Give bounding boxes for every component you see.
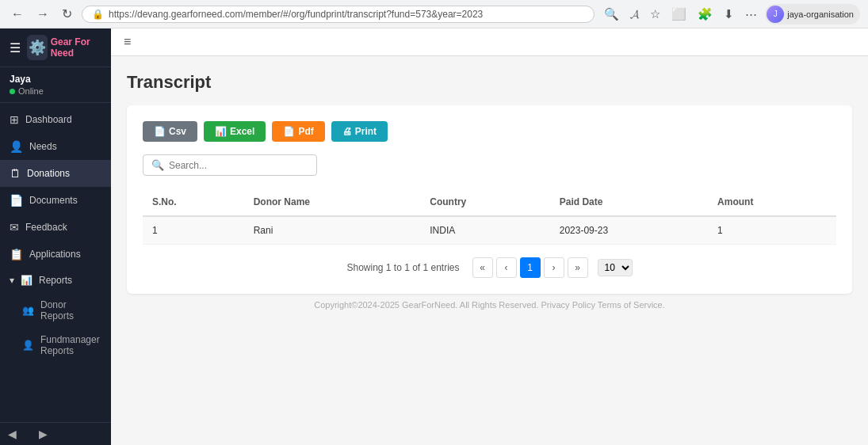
pdf-label: Pdf xyxy=(298,126,313,137)
star-button[interactable]: ☆ xyxy=(647,6,663,23)
cell-amount: 1 xyxy=(708,216,836,245)
search-input[interactable] xyxy=(169,160,308,171)
topbar-menu-button[interactable]: ≡ xyxy=(124,35,131,49)
excel-icon: 📊 xyxy=(215,126,227,137)
user-section: Jaya Online xyxy=(0,67,111,103)
col-country: Country xyxy=(420,188,549,216)
documents-icon: 📄 xyxy=(10,194,23,207)
sidebar-item-dashboard[interactable]: ⊞ Dashboard xyxy=(0,106,111,133)
donations-icon: 🗒 xyxy=(10,167,21,180)
print-button[interactable]: 🖨 Print xyxy=(331,121,388,142)
cell-paid-date: 2023-09-23 xyxy=(550,216,708,245)
forward-button[interactable]: → xyxy=(33,6,52,23)
fundmanager-reports-icon: 👤 xyxy=(22,340,34,351)
sidebar-scroll-left[interactable]: ◀ xyxy=(3,426,21,442)
per-page-select[interactable]: 10 25 50 xyxy=(598,259,633,276)
sidebar-item-donations[interactable]: 🗒 Donations xyxy=(0,160,111,187)
page-1-button[interactable]: 1 xyxy=(520,257,541,278)
extensions-button[interactable]: 🧩 xyxy=(694,6,716,23)
profile-chip[interactable]: J jaya-organisation xyxy=(765,4,860,25)
sidebar-item-needs[interactable]: 👤 Needs xyxy=(0,133,111,160)
sidebar-item-donor-reports[interactable]: 👥 Donor Reports xyxy=(0,293,111,328)
sidebar-header: ☰ ⚙️ Gear For Need xyxy=(0,29,111,67)
print-label: Print xyxy=(355,126,377,137)
pagination-info: Showing 1 to 1 of 1 entries xyxy=(346,262,459,273)
sidebar: ☰ ⚙️ Gear For Need Jaya Online ⊞ Dashboa… xyxy=(0,29,111,445)
reader-button[interactable]: 𝓐 xyxy=(627,6,642,23)
status-label: Online xyxy=(18,86,44,96)
search-icon: 🔍 xyxy=(151,159,164,171)
sidebar-item-label: Documents xyxy=(29,195,101,206)
sidebar-item-label: Dashboard xyxy=(25,114,101,125)
pdf-button[interactable]: 📄 Pdf xyxy=(272,121,324,142)
avatar: J xyxy=(767,6,784,23)
more-button[interactable]: ⋯ xyxy=(742,6,760,23)
pagination-bar: Showing 1 to 1 of 1 entries « ‹ 1 › » 10… xyxy=(143,257,836,278)
excel-button[interactable]: 📊 Excel xyxy=(204,121,266,142)
user-status: Online xyxy=(10,86,101,96)
reports-label: Reports xyxy=(39,275,72,286)
csv-label: Csv xyxy=(169,126,186,137)
status-dot xyxy=(10,89,15,94)
applications-icon: 📋 xyxy=(10,248,23,261)
needs-icon: 👤 xyxy=(10,140,23,153)
app-container: ☰ ⚙️ Gear For Need Jaya Online ⊞ Dashboa… xyxy=(0,29,868,445)
transcript-card: 📄 Csv 📊 Excel 📄 Pdf 🖨 Print xyxy=(127,105,852,294)
sidebar-item-documents[interactable]: 📄 Documents xyxy=(0,187,111,214)
back-button[interactable]: ← xyxy=(8,6,27,23)
refresh-button[interactable]: ↻ xyxy=(59,5,75,23)
logo-text: Gear For Need xyxy=(51,36,103,59)
logo: ⚙️ Gear For Need xyxy=(27,35,103,60)
table-row: 1 Rani INDIA 2023-09-23 1 xyxy=(143,216,836,245)
table-body: 1 Rani INDIA 2023-09-23 1 xyxy=(143,216,836,245)
sidebar-item-applications[interactable]: 📋 Applications xyxy=(0,241,111,268)
reports-icon: 📊 xyxy=(21,275,33,286)
sidebar-item-label: Feedback xyxy=(25,222,101,233)
data-table: S.No. Donor Name Country Paid Date Amoun… xyxy=(143,188,836,245)
csv-button[interactable]: 📄 Csv xyxy=(143,121,197,142)
chevron-down-icon: ▾ xyxy=(10,275,14,286)
dashboard-icon: ⊞ xyxy=(10,113,19,126)
cell-country: INDIA xyxy=(420,216,549,245)
next-page-button[interactable]: › xyxy=(544,257,564,278)
url-text: https://devang.gearforneed.com/member/#/… xyxy=(109,9,483,20)
search-browser-button[interactable]: 🔍 xyxy=(601,6,622,23)
browser-actions: 🔍 𝓐 ☆ ⬜ 🧩 ⬇ ⋯ J jaya-organisation xyxy=(601,4,860,25)
search-container: 🔍 xyxy=(143,154,836,176)
main-content: ≡ Transcript 📄 Csv 📊 Excel 📄 xyxy=(111,29,868,445)
sidebar-item-label: Needs xyxy=(29,141,101,152)
fundmanager-reports-label: Fundmanager Reports xyxy=(40,334,101,356)
col-paid-date: Paid Date xyxy=(550,188,708,216)
donor-reports-label: Donor Reports xyxy=(40,299,101,321)
sidebar-item-reports[interactable]: ▾ 📊 Reports xyxy=(0,268,111,293)
sidebar-item-label: Applications xyxy=(29,249,101,260)
browser-chrome: ← → ↻ 🔒 https://devang.gearforneed.com/m… xyxy=(0,0,868,29)
lock-icon: 🔒 xyxy=(92,9,104,20)
search-input-wrapper: 🔍 xyxy=(143,154,317,176)
page-title: Transcript xyxy=(127,72,852,93)
prev-page-button[interactable]: ‹ xyxy=(496,257,517,278)
sidebar-scroll-right[interactable]: ▶ xyxy=(34,426,52,442)
first-page-button[interactable]: « xyxy=(472,257,493,278)
cell-donor-name: Rani xyxy=(244,216,421,245)
col-donor-name: Donor Name xyxy=(244,188,421,216)
sidebar-item-label: Donations xyxy=(27,168,101,179)
url-bar[interactable]: 🔒 https://devang.gearforneed.com/member/… xyxy=(82,6,595,23)
profile-label: jaya-organisation xyxy=(787,10,854,19)
top-bar: ≡ xyxy=(111,29,868,56)
last-page-button[interactable]: » xyxy=(568,257,588,278)
action-buttons: 📄 Csv 📊 Excel 📄 Pdf 🖨 Print xyxy=(143,121,836,142)
sidebar-nav: ⊞ Dashboard 👤 Needs 🗒 Donations 📄 Docume… xyxy=(0,103,111,422)
col-amount: Amount xyxy=(708,188,836,216)
sidebar-item-fundmanager-reports[interactable]: 👤 Fundmanager Reports xyxy=(0,328,111,363)
logo-icon: ⚙️ xyxy=(27,35,48,60)
downloads-button[interactable]: ⬇ xyxy=(721,6,737,23)
excel-label: Excel xyxy=(230,126,254,137)
footer-text: Copyright©2024-2025 GearForNeed. All Rig… xyxy=(127,294,852,313)
hamburger-button[interactable]: ☰ xyxy=(8,39,22,57)
sidebar-item-feedback[interactable]: ✉ Feedback xyxy=(0,214,111,241)
pdf-icon: 📄 xyxy=(283,126,295,137)
feedback-icon: ✉ xyxy=(10,221,19,234)
col-sno: S.No. xyxy=(143,188,244,216)
split-view-button[interactable]: ⬜ xyxy=(668,6,690,23)
